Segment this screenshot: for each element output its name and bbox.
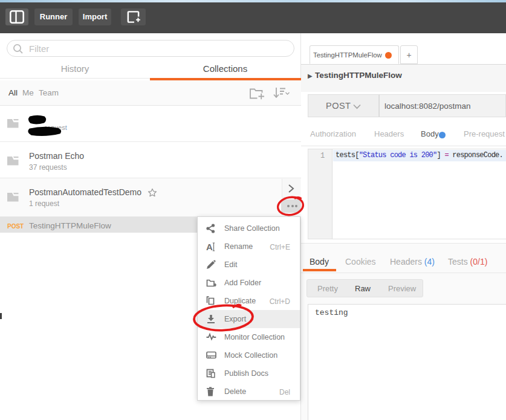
svg-text:A: A <box>206 242 213 252</box>
